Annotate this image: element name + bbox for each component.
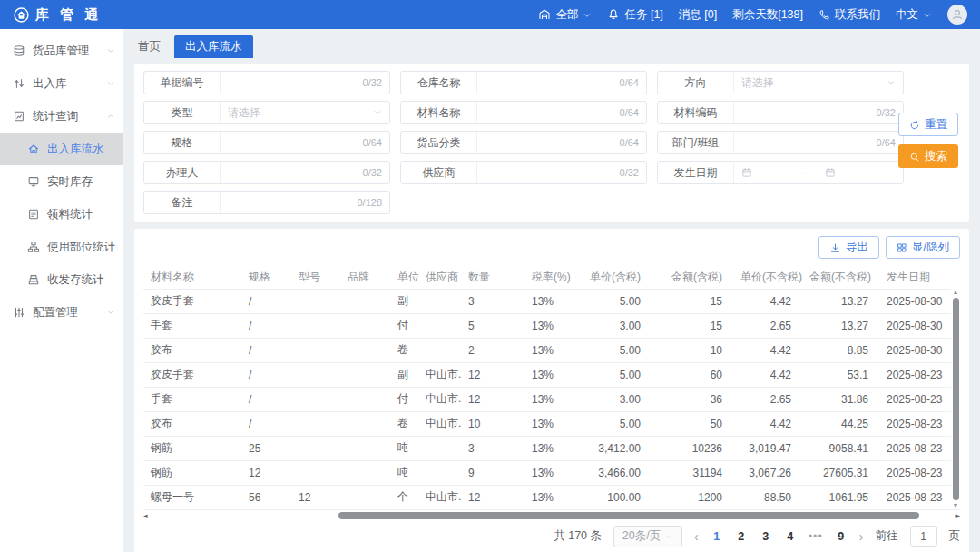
sidebar-item-statistics-query[interactable]: 统计查询 (0, 100, 122, 133)
sidebar-item-in-out-flow[interactable]: 出入库流水 (0, 133, 122, 165)
scroll-left-arrow[interactable]: ◂ (143, 511, 156, 520)
reset-button[interactable]: 重置 (898, 113, 958, 136)
chevron-up-icon (106, 112, 115, 121)
select-placeholder: 请选择 (228, 105, 260, 121)
contact-us-link[interactable]: 联系我们 (818, 7, 880, 23)
table-cell (340, 289, 390, 313)
table-cell: 钢筋 (143, 460, 241, 485)
page-4-button[interactable]: 4 (784, 530, 797, 543)
tab-bar: 首页出入库流水 (122, 29, 980, 58)
messages-link[interactable]: 消息 [0] (679, 7, 717, 23)
page-size-label: 20条/页 (622, 528, 661, 544)
scroll-down-arrow[interactable]: ▼ (953, 502, 959, 509)
nodes-icon (27, 241, 40, 253)
warehouse-name-input[interactable]: 0/64 (477, 72, 646, 94)
scroll-up-arrow[interactable]: ▲ (953, 289, 959, 296)
language-selector[interactable]: 中文 (896, 7, 932, 23)
table-cell: 13.27 (802, 289, 879, 313)
avatar[interactable] (947, 5, 967, 25)
scroll-right-arrow[interactable]: ▸ (951, 511, 960, 520)
goto-page-input[interactable] (910, 526, 937, 547)
supplier-input[interactable]: 0/32 (477, 162, 646, 183)
table-row: 胶皮手套/副313%5.00154.4213.272025-08-30 (143, 289, 960, 313)
filter-field-warehouse-name: 仓库名称0/64 (400, 71, 647, 94)
database-icon (13, 44, 25, 57)
sidebar-item-receipt-dispatch-stats[interactable]: 收发存统计 (0, 263, 122, 296)
table-cell: 2025-08-30 (879, 289, 954, 313)
page-2-button[interactable]: 2 (735, 530, 748, 543)
material-name-input[interactable]: 0/64 (477, 102, 646, 123)
table-cell: 3,412.00 (575, 436, 652, 460)
sidebar-item-usage-location-stats[interactable]: 使用部位统计 (0, 231, 122, 263)
sidebar-item-label: 统计查询 (33, 109, 78, 124)
table-cell: 3,067.26 (733, 460, 802, 485)
char-counter: 0/64 (620, 137, 639, 148)
column-header: 单价(不含税) (733, 266, 802, 289)
select-placeholder: 请选择 (741, 75, 774, 91)
goods-category-input[interactable]: 0/64 (477, 132, 646, 153)
inout-icon (13, 77, 25, 90)
page-ellipsis[interactable]: ••• (808, 530, 823, 543)
vertical-scrollbar-thumb[interactable] (953, 298, 959, 500)
prev-page-button[interactable]: ‹ (694, 530, 699, 543)
type-select[interactable]: 请选择 (220, 102, 389, 123)
next-page-button[interactable]: › (859, 530, 864, 543)
pagination: 共 170 条 20条/页 ‹ 1234•••9 › 前往 页 (143, 523, 960, 550)
table-header-row: 材料名称规格型号品牌单位供应商数量税率(%)单价(含税)金额(含税)单价(不含税… (143, 266, 960, 289)
occurrence-date-range-input[interactable]: - (734, 162, 903, 183)
table-cell: 12 (291, 485, 340, 509)
department-team-input[interactable]: 0/64 (734, 132, 903, 153)
specification-input[interactable]: 0/64 (220, 132, 389, 153)
export-button[interactable]: 导出 (818, 236, 879, 259)
show-hide-columns-button[interactable]: 显/隐列 (886, 236, 960, 259)
column-header: 供应商 (418, 266, 461, 289)
sidebar-item-material-requisition-stats[interactable]: 领料统计 (0, 198, 122, 231)
sidebar-item-goods-library-management[interactable]: 货品库管理 (0, 34, 122, 67)
table-cell (418, 338, 461, 362)
table-cell: 3 (461, 289, 524, 313)
page-size-selector[interactable]: 20条/页 (613, 526, 682, 547)
handler-input[interactable]: 0/32 (220, 162, 389, 183)
column-header: 品牌 (340, 266, 390, 289)
table-cell: 13% (524, 313, 575, 338)
document-number-input[interactable]: 0/32 (220, 72, 389, 94)
filter-field-department-team: 部门/班组0/64 (657, 131, 904, 154)
field-label: 部门/班组 (658, 132, 734, 153)
table-cell: 12 (461, 387, 524, 411)
table-cell: 2.65 (733, 313, 802, 338)
table-cell: 2025-08-30 (879, 313, 954, 338)
char-counter: 0/64 (620, 77, 639, 88)
table-row: 螺母一号5612个中山市...1213%100.00120088.501061.… (143, 485, 960, 509)
horizontal-scrollbar: ◂ ▸ (143, 511, 960, 521)
sidebar-item-realtime-inventory[interactable]: 实时库存 (0, 165, 122, 198)
table-cell: 2025-08-23 (879, 387, 954, 411)
table-cell: / (241, 411, 291, 436)
page-9-button[interactable]: 9 (835, 530, 848, 543)
material-code-input[interactable]: 0/32 (734, 102, 903, 123)
horizontal-scrollbar-thumb[interactable] (338, 512, 918, 519)
table-cell: 个 (390, 485, 418, 509)
sidebar-item-in-out-warehouse[interactable]: 出入库 (0, 67, 122, 100)
table-cell: 10236 (652, 436, 733, 460)
warehouse-selector[interactable]: 全部 (538, 7, 592, 23)
table-cell: 副 (390, 289, 418, 313)
tasks-link[interactable]: 任务 [1] (607, 7, 662, 23)
table-row: 胶布/卷中山市...1013%5.00504.4244.252025-08-23 (143, 411, 960, 436)
table-cell: / (241, 387, 291, 411)
page-1-button[interactable]: 1 (710, 530, 723, 543)
column-header: 金额(不含税) (802, 266, 879, 289)
page-3-button[interactable]: 3 (760, 530, 772, 543)
tab-home[interactable]: 首页 (127, 35, 172, 58)
chevron-down-icon (373, 108, 382, 117)
search-button[interactable]: 搜索 (898, 144, 958, 168)
sidebar-item-configuration-management[interactable]: 配置管理 (0, 296, 122, 329)
remark-input[interactable]: 0/128 (220, 192, 389, 213)
column-header: 规格 (241, 266, 291, 289)
tab-in-out-flow[interactable]: 出入库流水 (174, 35, 253, 58)
direction-select[interactable]: 请选择 (734, 72, 903, 94)
table-cell: 中山市... (418, 362, 461, 387)
table-cell: 1200 (652, 485, 733, 509)
table-cell: 胶皮手套 (143, 362, 241, 387)
table-cell: 5.00 (575, 362, 652, 387)
table-cell: 31.86 (802, 387, 879, 411)
